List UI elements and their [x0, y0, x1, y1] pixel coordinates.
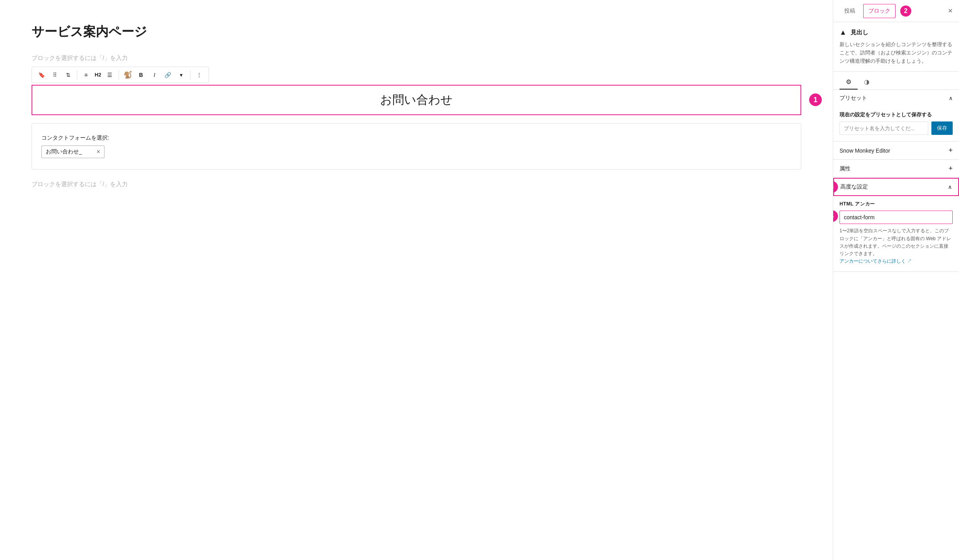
toolbar-align-btn[interactable]: ≡: [80, 69, 92, 81]
heading-block[interactable]: お問い合わせ: [32, 85, 801, 115]
contact-form-block: コンタクトフォームを選択: お問い合わせ_ ×: [32, 123, 801, 170]
preset-save-label: 現在の設定をプリセットとして保存する: [840, 111, 953, 118]
toolbar-bold-btn[interactable]: B: [135, 69, 147, 81]
sidebar-close-btn[interactable]: ×: [948, 6, 953, 15]
preset-name-input[interactable]: [840, 121, 928, 135]
block-toolbar: 🔖 ⠿ ⇅ ≡ H2 ☰ 🐒 B I 🔗 ▾ ⋮: [32, 67, 209, 83]
tab-post[interactable]: 投稿: [840, 4, 860, 18]
heading-block-wrapper: お問い合わせ 1: [32, 85, 801, 115]
accordion-preset-chevron: [949, 95, 953, 101]
toolbar-more-btn[interactable]: ⋮: [193, 69, 205, 81]
form-selected-value: お問い合わせ_: [46, 148, 82, 155]
block-info-title-row: ▲ 見出し: [840, 28, 953, 37]
form-select-display[interactable]: お問い合わせ_ ×: [41, 146, 104, 158]
block-name-label: 見出し: [851, 29, 868, 36]
preset-input-row: 保存: [840, 121, 953, 135]
accordion-preset: プリセット 現在の設定をプリセットとして保存する 保存: [833, 90, 959, 142]
style-icon: ◑: [864, 78, 869, 85]
accordion-attributes-plus: [948, 164, 953, 173]
accordion-snow-monkey: Snow Monkey Editor: [833, 142, 959, 160]
html-anchor-input[interactable]: [840, 211, 953, 224]
toolbar-drag-btn[interactable]: ⠿: [49, 69, 61, 81]
accordion-snow-monkey-header[interactable]: Snow Monkey Editor: [833, 142, 959, 159]
accordion-snow-monkey-title: Snow Monkey Editor: [840, 147, 890, 154]
block-type-icon: ▲: [840, 28, 847, 37]
editor-main: サービス案内ページ ブロックを選択するには「/」を入力 🔖 ⠿ ⇅ ≡ H2 ☰…: [0, 0, 833, 560]
toolbar-bookmark-btn[interactable]: 🔖: [35, 69, 48, 81]
toolbar-sep-3: [190, 70, 190, 80]
annotation-badge-4: 4: [833, 210, 838, 222]
annotation-badge-2: 2: [900, 6, 911, 17]
accordion-snow-monkey-plus: [948, 146, 953, 155]
accordion-advanced-content: 4 HTML アンカー 1〜2単語を空白スペースなしで入力すると、このブロックに…: [833, 196, 959, 271]
accordion-preset-title: プリセット: [840, 95, 867, 102]
toolbar-sep-1: [77, 70, 77, 80]
anchor-hint: 1〜2単語を空白スペースなしで入力すると、このブロックに「アンカー」と呼ばれる固…: [840, 227, 953, 265]
toolbar-sep-2: [119, 70, 119, 80]
accordion-attributes-header[interactable]: 属性: [833, 160, 959, 177]
accordion-advanced-title: 高度な設定: [840, 183, 868, 190]
block-placeholder-top: ブロックを選択するには「/」を入力: [32, 54, 801, 62]
accordion-preset-content: 現在の設定をプリセットとして保存する 保存: [833, 106, 959, 141]
tab-block[interactable]: ブロック: [863, 4, 896, 18]
accordion-attributes-title: 属性: [840, 165, 851, 172]
subtab-style[interactable]: ◑: [858, 75, 876, 90]
toolbar-link-btn[interactable]: 🔗: [162, 69, 174, 81]
toolbar-monkey-btn[interactable]: 🐒: [121, 69, 134, 81]
accordion-advanced: 3 高度な設定 4 HTML アンカー 1〜2単語を空白スペースなしで入力すると…: [833, 178, 959, 272]
anchor-learn-more-link[interactable]: アンカーについてさらに詳しく ↗: [840, 258, 912, 264]
sidebar-header: 投稿 ブロック 2 ×: [833, 0, 959, 22]
settings-icon: ⚙: [846, 78, 851, 85]
heading-text: お問い合わせ: [380, 93, 453, 106]
accordion-advanced-chevron: [948, 184, 952, 190]
toolbar-h2-label: H2: [93, 72, 103, 78]
form-label: コンタクトフォームを選択:: [41, 134, 791, 142]
toolbar-dropdown-btn[interactable]: ▾: [175, 69, 188, 81]
subtab-settings[interactable]: ⚙: [840, 75, 858, 90]
block-description: 新しいセクションを紹介しコンテンツを整理することで、訪問者（および検索エンジン）…: [840, 41, 953, 65]
html-anchor-label: HTML アンカー: [840, 201, 953, 207]
page-title[interactable]: サービス案内ページ: [32, 24, 801, 40]
accordion-preset-header[interactable]: プリセット: [833, 90, 959, 106]
annotation-badge-1: 1: [809, 93, 822, 106]
toolbar-move-btn[interactable]: ⇅: [62, 69, 75, 81]
toolbar-italic-btn[interactable]: I: [148, 69, 161, 81]
form-clear-btn[interactable]: ×: [97, 148, 100, 155]
preset-save-btn[interactable]: 保存: [931, 121, 953, 135]
block-placeholder-bottom: ブロックを選択するには「/」を入力: [32, 181, 801, 188]
block-info: ▲ 見出し 新しいセクションを紹介しコンテンツを整理することで、訪問者（および検…: [833, 22, 959, 72]
sidebar-subtabs: ⚙ ◑: [833, 72, 959, 90]
toolbar-list-btn[interactable]: ☰: [104, 69, 116, 81]
accordion-advanced-header[interactable]: 高度な設定: [833, 178, 959, 196]
accordion-attributes: 属性: [833, 160, 959, 178]
sidebar: 投稿 ブロック 2 × ▲ 見出し 新しいセクションを紹介しコンテンツを整理する…: [833, 0, 959, 560]
